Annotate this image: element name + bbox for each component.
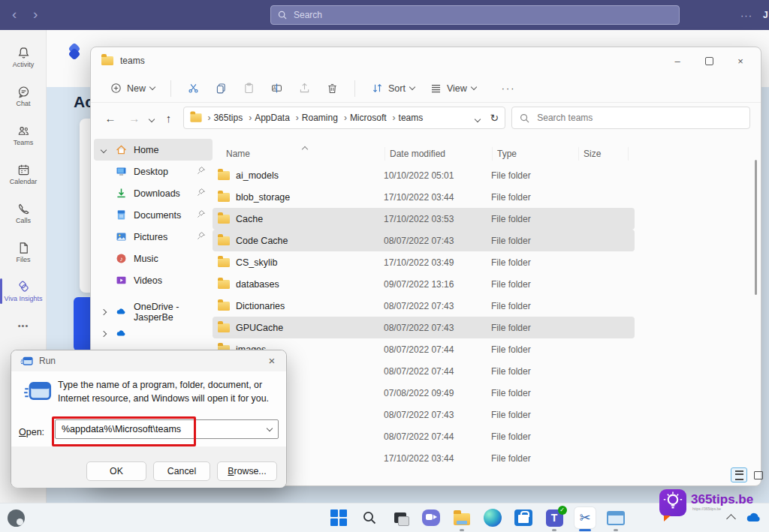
sidebar-item-viva-insights[interactable]: Viva Insights xyxy=(0,272,47,311)
folder-icon xyxy=(218,323,230,332)
sidebar-more-icon[interactable]: ••• xyxy=(0,321,47,330)
snipping-tool-button[interactable]: ✂ xyxy=(574,507,596,528)
file-name: GPUCache xyxy=(236,323,384,333)
table-row[interactable]: Cache 17/10/2022 03:53 File folder xyxy=(213,208,635,230)
chevron-right-icon[interactable] xyxy=(98,329,109,338)
sidebar-item-files[interactable]: Files xyxy=(0,233,47,272)
share-icon[interactable] xyxy=(293,79,316,98)
nav-item-documents[interactable]: Documents xyxy=(110,204,213,226)
large-icons-view-button[interactable] xyxy=(750,467,767,482)
start-button[interactable] xyxy=(328,507,349,528)
paste-icon[interactable] xyxy=(237,79,261,98)
forward-icon[interactable]: → xyxy=(125,112,143,125)
chevron-right-icon[interactable] xyxy=(98,308,109,316)
up-icon[interactable]: ↑ xyxy=(160,112,178,125)
file-date-modified: 08/07/2022 07:43 xyxy=(384,323,491,333)
sidebar-item-calendar[interactable]: Calendar xyxy=(0,155,47,194)
view-button[interactable]: View xyxy=(424,79,481,98)
minimize-button[interactable]: – xyxy=(662,50,693,72)
copy-icon[interactable] xyxy=(210,79,233,98)
column-type[interactable]: Type xyxy=(493,147,579,161)
folder-icon xyxy=(191,113,202,122)
chevron-down-icon[interactable] xyxy=(98,146,109,154)
column-name[interactable]: Name xyxy=(213,147,385,161)
widgets-icon[interactable] xyxy=(8,509,25,527)
close-icon[interactable]: × xyxy=(265,354,279,367)
breadcrumb-item[interactable]: AppData xyxy=(245,113,292,123)
run-window-button[interactable] xyxy=(605,507,626,528)
task-view-button[interactable] xyxy=(390,507,411,528)
nav-item-downloads[interactable]: Downloads xyxy=(110,182,213,204)
teams-search-input[interactable] xyxy=(292,9,672,21)
column-date-modified[interactable]: Date modified xyxy=(385,147,493,161)
breadcrumb-item[interactable]: teams xyxy=(389,113,426,123)
nav-item-onedrive-2[interactable] xyxy=(94,323,213,344)
table-row[interactable]: databases 09/07/2022 13:16 File folder xyxy=(213,273,635,295)
delete-icon[interactable] xyxy=(321,79,344,98)
maximize-button[interactable] xyxy=(693,50,725,72)
taskbar-search-button[interactable] xyxy=(359,507,380,528)
chevron-right-icon xyxy=(342,113,348,123)
file-type: File folder xyxy=(491,236,578,246)
teams-chat-button[interactable] xyxy=(421,507,442,528)
new-button[interactable]: New xyxy=(104,79,160,98)
table-row[interactable]: Code Cache 08/07/2022 07:43 File folder xyxy=(213,230,635,251)
address-dropdown-icon[interactable] xyxy=(475,111,480,125)
sort-button[interactable]: Sort xyxy=(366,79,420,98)
file-date-modified: 17/10/2022 03:53 xyxy=(384,214,491,224)
run-dialog-title-bar[interactable]: Run × xyxy=(11,350,286,371)
task-view-icon xyxy=(394,512,406,523)
back-icon[interactable]: ← xyxy=(101,112,119,125)
browse-button[interactable]: Browse... xyxy=(217,461,277,481)
recent-locations-icon[interactable] xyxy=(149,111,154,125)
table-row[interactable]: GPUCache 08/07/2022 07:43 File folder xyxy=(213,317,635,338)
sort-ascending-icon xyxy=(303,143,307,154)
table-row[interactable]: blob_storage 17/10/2022 03:44 File folde… xyxy=(213,186,635,208)
cancel-button[interactable]: Cancel xyxy=(153,461,210,481)
nav-item-pictures[interactable]: Pictures xyxy=(110,226,213,248)
more-options-icon[interactable]: ··· xyxy=(740,10,752,21)
view-toggles xyxy=(731,467,767,482)
nav-item-onedrive[interactable]: OneDrive - JasperBe xyxy=(94,301,213,323)
file-date-modified: 08/07/2022 07:44 xyxy=(384,344,491,355)
breadcrumb-item[interactable]: Microsoft xyxy=(340,113,389,123)
nav-item-desktop[interactable]: Desktop xyxy=(110,161,213,182)
microsoft-store-button[interactable] xyxy=(513,507,534,528)
nav-item-music[interactable]: ♪ Music xyxy=(110,248,213,269)
breadcrumb[interactable]: 365tips AppData Roaming Microsoft teams … xyxy=(183,107,505,129)
sidebar-item-teams[interactable]: Teams xyxy=(0,116,47,155)
forward-icon[interactable]: › xyxy=(33,6,38,23)
nav-item-home[interactable]: Home xyxy=(94,139,213,161)
explorer-search-input[interactable] xyxy=(535,112,742,124)
back-icon[interactable]: ‹ xyxy=(12,6,17,23)
rename-icon[interactable]: A xyxy=(265,79,288,98)
sidebar-item-calls[interactable]: Calls xyxy=(0,194,47,233)
nav-item-videos[interactable]: Videos xyxy=(110,269,213,291)
edge-button[interactable] xyxy=(482,507,503,528)
microsoft-store-icon xyxy=(514,509,532,526)
column-size[interactable]: Size xyxy=(579,147,629,161)
details-view-button[interactable] xyxy=(731,467,747,482)
chevron-down-icon[interactable] xyxy=(261,428,278,431)
close-button[interactable]: × xyxy=(725,50,756,72)
people-icon xyxy=(17,124,31,138)
teams-search-box[interactable] xyxy=(270,5,680,25)
toolbar-more-icon[interactable]: ··· xyxy=(496,80,521,97)
vertical-scrollbar[interactable] xyxy=(755,160,757,295)
cut-icon[interactable] xyxy=(182,79,205,98)
file-explorer-button[interactable] xyxy=(451,507,472,528)
sidebar-item-chat[interactable]: Chat xyxy=(0,77,47,116)
table-row[interactable]: CS_skylib 17/10/2022 03:49 File folder xyxy=(213,251,635,273)
breadcrumb-item[interactable]: 365tips xyxy=(204,113,245,123)
avatar[interactable]: J xyxy=(763,10,768,20)
explorer-search-box[interactable] xyxy=(511,107,750,129)
refresh-icon[interactable]: ↻ xyxy=(490,112,499,124)
table-row[interactable]: Dictionaries 08/07/2022 07:43 File folde… xyxy=(213,295,635,317)
explorer-title-bar[interactable]: teams – × xyxy=(91,47,761,74)
table-row[interactable]: ai_models 10/10/2022 05:01 File folder xyxy=(213,164,635,186)
breadcrumb-item[interactable]: Roaming xyxy=(292,113,340,123)
search-icon xyxy=(278,11,287,20)
ok-button[interactable]: OK xyxy=(86,461,146,481)
sidebar-item-activity[interactable]: Activity xyxy=(0,38,47,77)
teams-app-button[interactable]: T✓ xyxy=(544,507,565,528)
